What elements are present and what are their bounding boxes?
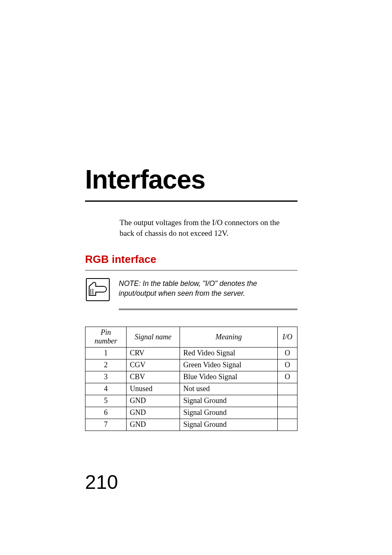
cell-pin: 2 [85, 359, 127, 371]
chapter-title: Interfaces [85, 164, 297, 195]
intro-paragraph: The output voltages from the I/O connect… [120, 217, 293, 238]
note-bottom-divider [119, 309, 297, 310]
cell-io: O [278, 348, 297, 359]
header-io: I/O [278, 327, 297, 348]
svg-rect-0 [86, 279, 109, 301]
header-signal: Signal name [127, 327, 180, 348]
cell-io [278, 407, 297, 419]
header-meaning: Meaning [180, 327, 278, 348]
cell-io [278, 383, 297, 395]
cell-signal: CBV [127, 371, 180, 383]
cell-meaning: Red Video Signal [180, 348, 278, 359]
header-pin: Pin number [85, 327, 127, 348]
cell-pin: 4 [85, 383, 127, 395]
cell-io [278, 395, 297, 407]
section-divider [85, 270, 297, 271]
page-content: Interfaces The output voltages from the … [0, 0, 392, 431]
table-header-row: Pin number Signal name Meaning I/O [85, 327, 297, 348]
cell-meaning: Not used [180, 383, 278, 395]
section-heading: RGB interface [85, 253, 297, 266]
table-row: 5 GND Signal Ground [85, 395, 297, 407]
cell-signal: GND [127, 419, 180, 431]
cell-meaning: Green Video Signal [180, 359, 278, 371]
cell-pin: 5 [85, 395, 127, 407]
note-text: NOTE: In the table below, "I/O" denotes … [119, 278, 297, 298]
cell-signal: GND [127, 395, 180, 407]
table-row: 3 CBV Blue Video Signal O [85, 371, 297, 383]
note-block: NOTE: In the table below, "I/O" denotes … [85, 278, 297, 301]
pin-table: Pin number Signal name Meaning I/O 1 CRV… [85, 327, 297, 431]
table-row: 2 CGV Green Video Signal O [85, 359, 297, 371]
table-row: 4 Unused Not used [85, 383, 297, 395]
cell-meaning: Signal Ground [180, 407, 278, 419]
cell-meaning: Signal Ground [180, 419, 278, 431]
cell-io: O [278, 371, 297, 383]
cell-pin: 7 [85, 419, 127, 431]
table-row: 7 GND Signal Ground [85, 419, 297, 431]
cell-io [278, 419, 297, 431]
page-number: 210 [85, 471, 118, 493]
cell-pin: 6 [85, 407, 127, 419]
cell-meaning: Signal Ground [180, 395, 278, 407]
cell-pin: 3 [85, 371, 127, 383]
cell-io: O [278, 359, 297, 371]
title-divider [85, 200, 297, 202]
cell-meaning: Blue Video Signal [180, 371, 278, 383]
pointing-hand-icon [86, 278, 110, 301]
cell-signal: Unused [127, 383, 180, 395]
table-row: 6 GND Signal Ground [85, 407, 297, 419]
cell-pin: 1 [85, 348, 127, 359]
table-row: 1 CRV Red Video Signal O [85, 348, 297, 359]
cell-signal: CRV [127, 348, 180, 359]
cell-signal: CGV [127, 359, 180, 371]
cell-signal: GND [127, 407, 180, 419]
